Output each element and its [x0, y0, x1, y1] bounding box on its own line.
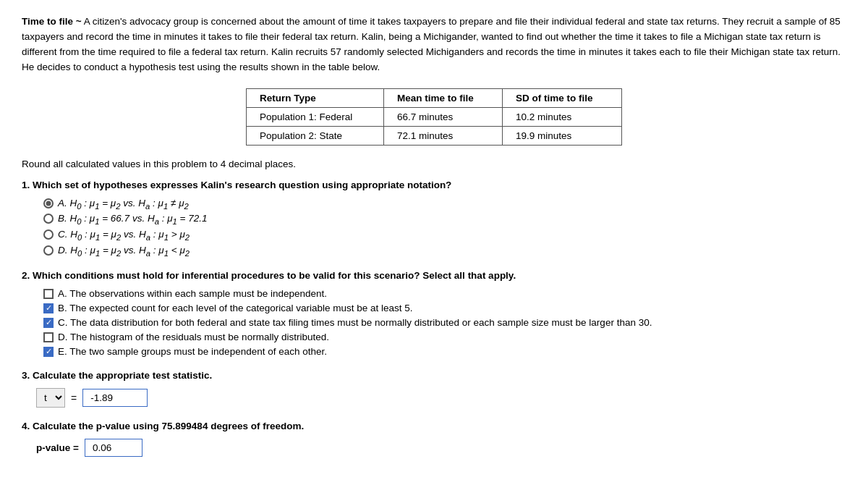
col-header-mean-time: Mean time to file [384, 88, 503, 107]
question-3: 3. Calculate the appropriate test statis… [22, 370, 846, 408]
checkbox-b[interactable] [43, 303, 54, 313]
table-row-state: Population 2: State 72.1 minutes 19.9 mi… [247, 126, 622, 145]
pvalue-row: p-value = [36, 439, 846, 457]
q4-text: Calculate the p-value using 75.899484 de… [33, 421, 304, 431]
checkbox-d[interactable] [43, 332, 54, 342]
q2-option-b[interactable]: B. The expected count for each level of … [43, 303, 846, 313]
col-header-return-type: Return Type [247, 88, 384, 107]
table-row-federal: Population 1: Federal 66.7 minutes 10.2 … [247, 107, 622, 126]
q1-text: Which set of hypotheses expresses Kalin'… [33, 180, 451, 190]
q1-option-d[interactable]: D. H0 : μ1 = μ2 vs. Ha : μ1 < μ2 [43, 245, 846, 258]
round-note: Round all calculated values in this prob… [22, 159, 846, 169]
q3-title: 3. Calculate the appropriate test statis… [22, 370, 846, 381]
q2-option-e[interactable]: E. The two sample groups must be indepen… [43, 346, 846, 357]
data-table: Return Type Mean time to file SD of time… [246, 88, 622, 146]
row-federal-type: Population 1: Federal [247, 107, 384, 126]
q1-options: A. H0 : μ1 = μ2 vs. Ha : μ1 ≠ μ2 B. H0 :… [43, 198, 846, 258]
checkbox-a[interactable] [43, 289, 54, 299]
row-state-type: Population 2: State [247, 126, 384, 145]
q1-option-b[interactable]: B. H0 : μ1 = 66.7 vs. Ha : μ1 = 72.1 [43, 213, 846, 226]
radio-a[interactable] [43, 198, 54, 208]
q1-option-c[interactable]: C. H0 : μ1 = μ2 vs. Ha : μ1 > μ2 [43, 229, 846, 242]
intro-paragraph: Time to file ~ A citizen's advocacy grou… [22, 14, 846, 75]
question-2: 2. Which conditions must hold for infere… [22, 270, 846, 357]
q2-option-a[interactable]: A. The observations within each sample m… [43, 288, 846, 299]
row-federal-mean: 66.7 minutes [384, 107, 503, 126]
question-4: 4. Calculate the p-value using 75.899484… [22, 421, 846, 457]
intro-text: A citizen's advocacy group is concerned … [22, 16, 841, 72]
q2-text: Which conditions must hold for inferenti… [33, 270, 516, 281]
q4-title: 4. Calculate the p-value using 75.899484… [22, 421, 846, 431]
q3-text: Calculate the appropriate test statistic… [33, 370, 212, 381]
question-1: 1. Which set of hypotheses expresses Kal… [22, 180, 846, 258]
row-state-mean: 72.1 minutes [384, 126, 503, 145]
pval-input[interactable] [85, 439, 142, 457]
stat-value-input[interactable] [82, 389, 148, 407]
row-federal-sd: 10.2 minutes [503, 107, 622, 126]
q2-option-c[interactable]: C. The data distribution for both federa… [43, 317, 846, 328]
equals-sign: = [71, 392, 77, 404]
q2-title: 2. Which conditions must hold for infere… [22, 270, 846, 281]
intro-bold: Time to file ~ [22, 16, 82, 27]
q1-option-a[interactable]: A. H0 : μ1 = μ2 vs. Ha : μ1 ≠ μ2 [43, 198, 846, 211]
checkbox-c[interactable] [43, 318, 54, 328]
q1-title: 1. Which set of hypotheses expresses Kal… [22, 180, 846, 190]
col-header-sd-time: SD of time to file [503, 88, 622, 107]
radio-b[interactable] [43, 214, 54, 224]
stat-type-select[interactable]: t z [36, 388, 65, 408]
q2-options: A. The observations within each sample m… [43, 288, 846, 357]
radio-d[interactable] [43, 245, 54, 256]
pval-label: p-value = [36, 442, 79, 453]
q2-option-d[interactable]: D. The histogram of the residuals must b… [43, 332, 846, 342]
test-stat-row: t z = [36, 388, 846, 408]
row-state-sd: 19.9 minutes [503, 126, 622, 145]
checkbox-e[interactable] [43, 347, 54, 357]
radio-c[interactable] [43, 229, 54, 240]
